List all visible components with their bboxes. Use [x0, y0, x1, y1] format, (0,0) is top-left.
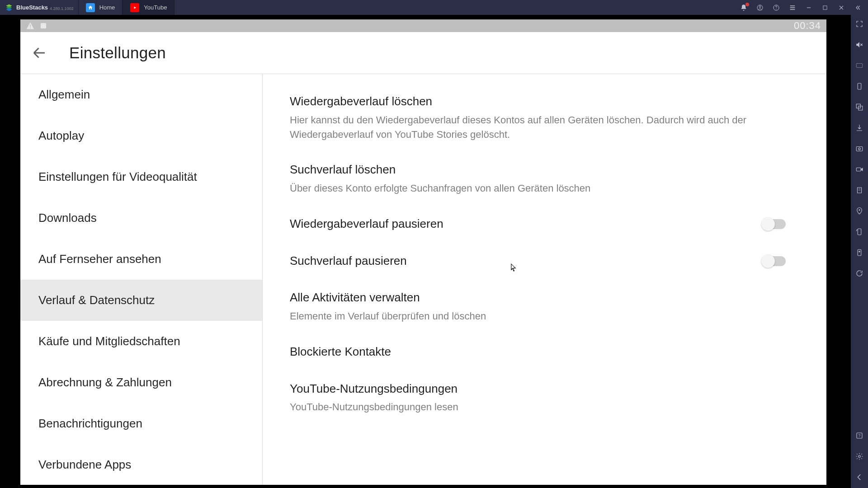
- bluestacks-side-toolbar: ?: [851, 15, 868, 488]
- svg-rect-5: [856, 64, 863, 68]
- record-icon[interactable]: [855, 165, 864, 174]
- bluestacks-version: 4.280.1.1002: [50, 6, 74, 11]
- setting-title: YouTube-Nutzungsbedingungen: [290, 380, 799, 398]
- settings-content[interactable]: Wiedergabeverlauf löschen Hier kannst du…: [263, 74, 826, 485]
- android-app-frame: 00:34 Einstellungen Allgemein Autoplay E…: [20, 19, 826, 485]
- setting-title: Suchverlauf löschen: [290, 161, 799, 178]
- setting-title: Alle Aktivitäten verwalten: [290, 289, 799, 306]
- app-viewport: 00:34 Einstellungen Allgemein Autoplay E…: [0, 15, 851, 488]
- toggle-knob: [761, 254, 775, 268]
- nav-label: Auf Fernseher ansehen: [38, 252, 161, 266]
- setting-youtube-terms[interactable]: YouTube-Nutzungsbedingungen YouTube-Nutz…: [290, 371, 799, 425]
- setting-pause-watch-history[interactable]: Wiedergabeverlauf pausieren: [290, 206, 799, 243]
- macro-icon[interactable]: [855, 186, 864, 195]
- svg-point-12: [859, 209, 860, 211]
- media-folder-icon[interactable]: [855, 248, 864, 257]
- svg-rect-15: [859, 251, 860, 252]
- settings-nav[interactable]: Allgemein Autoplay Einstellungen für Vid…: [20, 74, 263, 485]
- collapse-sidepanel-icon[interactable]: [854, 4, 862, 12]
- setting-title: Suchverlauf pausieren: [290, 253, 762, 270]
- minimize-icon[interactable]: [805, 4, 813, 12]
- account-icon[interactable]: [756, 4, 764, 12]
- nav-item-autoplay[interactable]: Autoplay: [20, 115, 262, 156]
- nav-item-video-quality[interactable]: Einstellungen für Videoqualität: [20, 156, 262, 197]
- android-status-bar: 00:34: [20, 19, 826, 32]
- android-back-icon[interactable]: [855, 473, 864, 482]
- home-icon: [86, 3, 95, 12]
- nav-item-tv[interactable]: Auf Fernseher ansehen: [20, 239, 262, 280]
- setting-pause-search-history[interactable]: Suchverlauf pausieren: [290, 243, 799, 280]
- rotate-icon[interactable]: [855, 227, 864, 236]
- notifications-icon[interactable]: [740, 4, 748, 12]
- setting-desc: YouTube-Nutzungsbedingungen lesen: [290, 400, 769, 414]
- toggle-switch[interactable]: [762, 219, 786, 229]
- nav-item-notifications[interactable]: Benachrichtigungen: [20, 403, 262, 444]
- nav-label: Verlauf & Datenschutz: [38, 293, 155, 307]
- nav-item-purchases[interactable]: Käufe und Mitgliedschaften: [20, 321, 262, 362]
- setting-clear-search-history[interactable]: Suchverlauf löschen Über dieses Konto er…: [290, 151, 799, 206]
- status-clock: 00:34: [794, 20, 821, 32]
- status-warning-icon: [26, 21, 35, 30]
- help-icon[interactable]: [772, 4, 780, 12]
- settings-body: Allgemein Autoplay Einstellungen für Vid…: [20, 74, 826, 485]
- svg-rect-14: [858, 249, 861, 256]
- nav-label: Allgemein: [38, 88, 90, 101]
- status-app-icon: [39, 22, 47, 30]
- svg-point-10: [859, 148, 861, 150]
- bluestacks-brand: BlueStacks 4.280.1.1002: [0, 3, 78, 12]
- titlebar-right-controls: [740, 4, 868, 12]
- keymap-icon[interactable]: [855, 61, 864, 70]
- tab-label: YouTube: [144, 4, 167, 11]
- hamburger-menu-icon[interactable]: [788, 4, 797, 12]
- install-apk-icon[interactable]: [855, 123, 864, 132]
- youtube-icon: [130, 3, 139, 12]
- help2-icon[interactable]: ?: [855, 431, 864, 440]
- nav-label: Downloads: [38, 211, 97, 225]
- multi-instance-icon[interactable]: [855, 103, 864, 112]
- bluestacks-name: BlueStacks: [16, 4, 48, 11]
- tab-label: Home: [99, 4, 115, 11]
- setting-clear-watch-history[interactable]: Wiedergabeverlauf löschen Hier kannst du…: [290, 83, 799, 151]
- nav-label: Abrechnung & Zahlungen: [38, 375, 172, 389]
- setting-title: Blockierte Kontakte: [290, 343, 799, 361]
- maximize-icon[interactable]: [821, 4, 829, 12]
- svg-rect-19: [30, 25, 31, 27]
- location-icon[interactable]: [855, 206, 864, 216]
- setting-desc: Elemente im Verlauf überprüfen und lösch…: [290, 309, 769, 324]
- svg-rect-20: [30, 28, 31, 28]
- svg-rect-9: [856, 147, 863, 151]
- screenshot-icon[interactable]: [855, 144, 864, 153]
- shake-icon[interactable]: [855, 82, 864, 91]
- svg-rect-6: [858, 83, 861, 89]
- nav-item-allgemein[interactable]: Allgemein: [20, 74, 262, 115]
- nav-item-billing[interactable]: Abrechnung & Zahlungen: [20, 362, 262, 403]
- toggle-switch[interactable]: [762, 256, 786, 266]
- setting-title: Wiedergabeverlauf löschen: [290, 93, 799, 110]
- bluestacks-logo-icon: [5, 3, 14, 12]
- settings-gear-icon[interactable]: [855, 452, 864, 461]
- close-icon[interactable]: [837, 4, 845, 12]
- nav-label: Autoplay: [38, 129, 84, 142]
- fullscreen-icon[interactable]: [855, 19, 864, 28]
- svg-point-3: [776, 9, 776, 9]
- tab-youtube[interactable]: YouTube: [123, 0, 175, 15]
- svg-point-18: [859, 455, 861, 458]
- svg-rect-21: [41, 23, 46, 28]
- setting-desc: Hier kannst du den Wiedergabeverlauf die…: [290, 113, 769, 142]
- svg-rect-13: [858, 229, 861, 235]
- bluestacks-title-bar: BlueStacks 4.280.1.1002 Home YouTube: [0, 0, 868, 15]
- nav-label: Käufe und Mitgliedschaften: [38, 334, 180, 348]
- nav-item-downloads[interactable]: Downloads: [20, 197, 262, 239]
- settings-header: Einstellungen: [20, 32, 826, 74]
- setting-desc: Über dieses Konto erfolgte Suchanfragen …: [290, 181, 769, 196]
- tab-home[interactable]: Home: [78, 0, 123, 15]
- svg-rect-11: [856, 168, 861, 171]
- nav-item-history-privacy[interactable]: Verlauf & Datenschutz: [20, 280, 262, 321]
- nav-label: Verbundene Apps: [38, 458, 131, 471]
- back-arrow-icon[interactable]: [30, 44, 48, 62]
- nav-item-connected-apps[interactable]: Verbundene Apps: [20, 444, 262, 485]
- volume-mute-icon[interactable]: [855, 40, 864, 49]
- sync-icon[interactable]: [855, 269, 864, 278]
- setting-blocked-contacts[interactable]: Blockierte Kontakte: [290, 333, 799, 371]
- setting-manage-activity[interactable]: Alle Aktivitäten verwalten Elemente im V…: [290, 279, 799, 333]
